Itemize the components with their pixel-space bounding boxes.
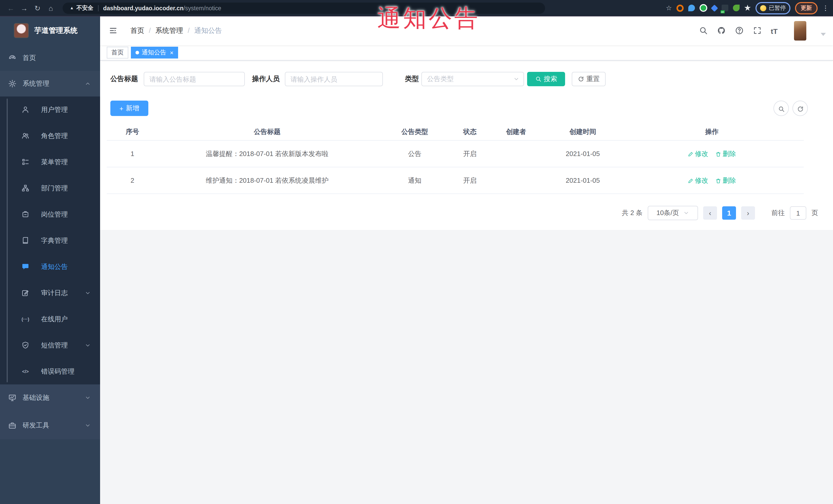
extension-switch-icon[interactable]: on [722,5,728,11]
monitor-icon [8,394,17,402]
sidebar-item-label: 在线用户 [41,314,68,323]
cell-created: 2021-01-05 [546,150,620,158]
table-header-row: 序号 公告标题 公告类型 状态 创建者 创建时间 操作 [107,123,804,141]
sidebar-item-label: 短信管理 [41,340,68,350]
header-actions: tT [699,21,826,40]
url-text: dashboard.yudao.iocoder.cn/system/notice [103,5,221,11]
extension-green-icon[interactable] [699,4,707,12]
sidebar-item-system[interactable]: 系统管理 [0,71,100,96]
cell-title: 温馨提醒：2018-07-01 若依新版本发布啦 [158,149,376,158]
extension-orange-icon[interactable] [676,4,684,11]
sidebar-fold-icon[interactable] [109,27,118,34]
sidebar-item-notice[interactable]: 通知公告 [0,254,100,280]
delete-label: 删除 [723,176,736,185]
breadcrumb-system[interactable]: 系统管理 [156,26,183,35]
toggle-search-button[interactable] [774,101,789,116]
chrome-update-button[interactable]: 更新 [795,2,817,14]
sidebar-item-departments[interactable]: 部门管理 [0,175,100,201]
sidebar-item-label: 字典管理 [41,236,68,245]
sidebar-item-posts[interactable]: 岗位管理 [0,201,100,227]
forward-icon[interactable]: → [18,4,31,12]
github-icon[interactable] [717,26,726,35]
avatar-caret-down-icon[interactable] [821,32,826,36]
notice-table: 序号 公告标题 公告类型 状态 创建者 创建时间 操作 1 温馨提醒：2018-… [107,123,804,194]
sidebar-item-infrastructure[interactable]: 基础设施 [0,384,100,411]
edit-log-icon [22,289,29,297]
sidebar-item-sms[interactable]: 短信管理 [0,332,100,358]
browser-menu-icon[interactable]: ⋮ [822,4,829,12]
sidebar-item-dictionary[interactable]: 字典管理 [0,227,100,254]
refresh-table-button[interactable] [792,101,808,116]
not-secure-warning-icon: ▲ [70,6,74,10]
sidebar-item-error-codes[interactable]: </> 错误码管理 [0,358,100,384]
sidebar-item-label: 通知公告 [41,262,68,271]
user-avatar[interactable] [794,21,806,40]
profile-paused-pill[interactable]: 已暂停 [756,2,790,14]
search-icon[interactable] [699,26,708,35]
page-size-value: 10条/页 [657,208,679,218]
delete-link[interactable]: 删除 [715,149,736,158]
page-unit-label: 页 [811,208,818,218]
shield-icon [22,341,29,349]
cell-no: 1 [107,150,158,158]
delete-link[interactable]: 删除 [715,176,736,185]
goto-page-input[interactable] [790,206,806,220]
cell-actions: 修改 删除 [620,176,804,185]
prev-page-button[interactable]: ‹ [703,206,717,220]
refresh-icon [797,105,804,112]
sidebar-item-devtools[interactable]: 研发工具 [0,411,100,439]
notice-title-input[interactable] [144,72,245,86]
pencil-icon [688,177,693,183]
table-row[interactable]: 2 维护通知：2018-07-01 若依系统凌晨维护 通知 开启 2021-01… [107,167,804,194]
operator-input[interactable] [285,72,383,86]
sidebar-item-menus[interactable]: 菜单管理 [0,149,100,175]
page-size-select[interactable]: 10条/页 [648,206,698,220]
edit-link[interactable]: 修改 [688,176,708,185]
sidebar-item-users[interactable]: 用户管理 [0,96,100,123]
page-number-current[interactable]: 1 [722,206,736,220]
edit-link[interactable]: 修改 [688,149,708,158]
add-button-label: 新增 [126,104,139,113]
next-page-button[interactable]: › [741,206,755,220]
app-logo-row[interactable]: 芋道管理系统 [0,16,100,45]
tab-label: 通知公告 [142,48,166,57]
chevron-down-icon [85,395,91,401]
sidebar-item-home[interactable]: 首页 [0,45,100,71]
add-button[interactable]: + 新增 [110,101,148,116]
search-button[interactable]: 搜索 [527,72,565,86]
extension-blue-pin-icon[interactable] [688,5,695,11]
badge-icon [22,211,29,218]
chevron-down-icon [513,76,519,82]
sidebar-item-roles[interactable]: 角色管理 [0,123,100,149]
home-icon[interactable]: ⌂ [44,4,57,12]
sidebar-item-online-users[interactable]: (···) 在线用户 [0,306,100,332]
cell-type: 公告 [376,149,453,158]
sidebar-item-label: 角色管理 [41,131,68,140]
extension-leaf-icon[interactable] [733,5,740,11]
extensions-puzzle-icon[interactable] [744,5,751,11]
tab-notice-active[interactable]: 通知公告 × [131,47,178,58]
extension-diamond-icon[interactable] [711,4,718,11]
font-size-icon[interactable]: tT [771,26,778,35]
bookmark-star-icon[interactable]: ☆ [666,4,672,12]
sidebar-item-audit-log[interactable]: 审计日志 [0,280,100,306]
table-row[interactable]: 1 温馨提醒：2018-07-01 若依新版本发布啦 公告 开启 2021-01… [107,141,804,167]
help-icon[interactable] [735,26,744,35]
search-button-label: 搜索 [544,74,557,83]
notice-type-select[interactable]: 公告类型 [421,72,524,86]
tab-home[interactable]: 首页 [107,47,128,58]
refresh-icon[interactable]: ↻ [31,4,44,12]
screen: ← → ↻ ⌂ ▲ 不安全 dashboard.yudao.iocoder.cn… [0,0,833,504]
chevron-up-icon [85,80,91,87]
tab-close-icon[interactable]: × [170,49,173,56]
browser-nav: ← → ↻ ⌂ [4,4,57,12]
sidebar-item-label: 首页 [23,53,36,63]
reset-button[interactable]: 重置 [572,72,605,86]
sidebar-bottom-group: 基础设施 研发工具 [0,384,100,439]
fullscreen-icon[interactable] [753,26,762,35]
sidebar-item-label: 错误码管理 [41,367,74,376]
breadcrumb-home[interactable]: 首页 [130,26,144,35]
message-bubble-icon [22,263,29,270]
back-icon[interactable]: ← [4,4,18,12]
tree-list-icon [22,158,29,166]
